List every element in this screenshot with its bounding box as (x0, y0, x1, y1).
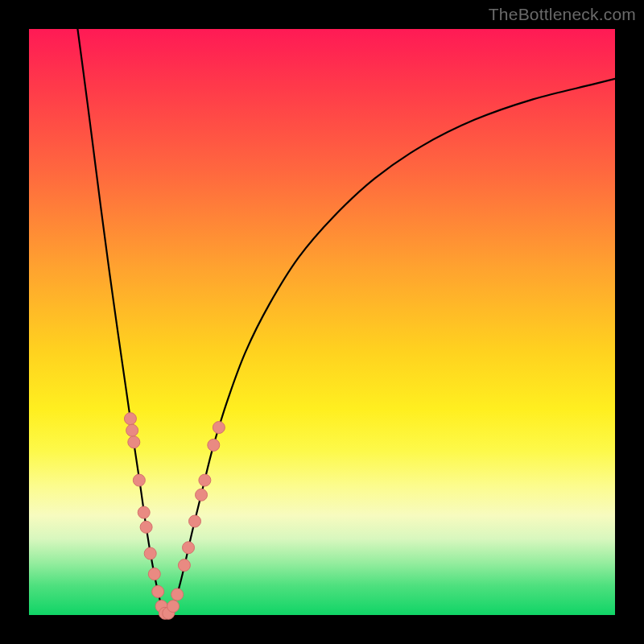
data-marker (140, 521, 152, 533)
data-marker (138, 506, 150, 518)
curve-left-branch (77, 29, 167, 615)
data-marker (133, 474, 145, 486)
watermark-text: TheBottleneck.com (489, 5, 636, 24)
data-marker (128, 436, 140, 448)
data-marker (213, 422, 225, 434)
data-marker (189, 515, 201, 527)
curve-right-branch (167, 79, 615, 615)
data-marker (144, 547, 156, 559)
data-marker (126, 424, 138, 436)
data-marker (183, 542, 195, 554)
data-marker (167, 601, 180, 613)
plot-area (29, 29, 615, 615)
data-marker (178, 559, 190, 572)
chart-frame: TheBottleneck.com (0, 0, 644, 644)
chart-svg (29, 29, 615, 615)
data-marker (124, 413, 136, 425)
curve-group (77, 29, 615, 615)
data-marker (196, 489, 208, 501)
data-marker (208, 439, 220, 451)
data-marker (199, 474, 211, 486)
data-marker (171, 588, 184, 601)
data-marker (148, 568, 160, 580)
marker-group (124, 413, 225, 620)
data-marker (152, 585, 164, 597)
